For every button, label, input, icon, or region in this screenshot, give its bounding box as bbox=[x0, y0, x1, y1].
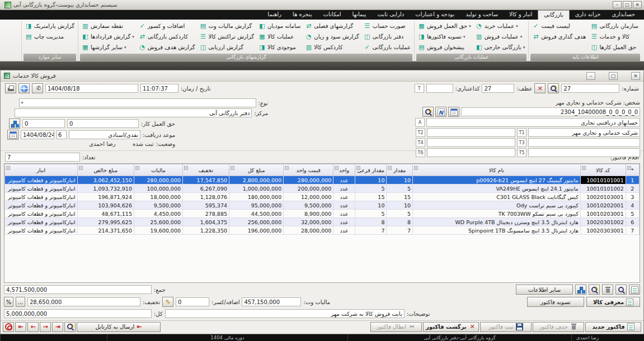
grid-cell-code[interactable]: 10020301002 bbox=[580, 218, 626, 226]
grid-cell-net[interactable]: 103,904,626 bbox=[77, 201, 134, 210]
person-code-field[interactable]: 2304_10400008_0_0_0_0_0 bbox=[461, 107, 640, 116]
cancel-number-button[interactable]: ✕ bbox=[534, 83, 546, 93]
t6-field[interactable] bbox=[427, 148, 515, 157]
grid-cell-net[interactable]: 279,995,625 bbox=[77, 218, 134, 226]
discount-field[interactable]: 28,650,000 bbox=[27, 297, 140, 306]
ribbon-item[interactable]: ▤پیشخوان فروش bbox=[416, 42, 473, 53]
ref-field[interactable]: 27 bbox=[482, 84, 514, 93]
t1-field[interactable]: شرکت خدماتی و تجاری مهر bbox=[528, 128, 640, 137]
web-button[interactable] bbox=[18, 83, 30, 93]
ribbon-item[interactable]: ☰گزارش تراکنش کالا bbox=[198, 31, 256, 42]
ribbon-item[interactable]: ▥عملیات فروش▾ bbox=[474, 31, 527, 42]
column-header-disc[interactable]: تخفیف bbox=[183, 164, 229, 176]
minimize-icon[interactable]: – bbox=[613, 1, 622, 8]
ribbon-item[interactable]: ◫گزارش ارزیابی bbox=[198, 42, 256, 53]
grid-cell-tax[interactable]: 280,000,000 bbox=[134, 176, 182, 184]
grid-cell-subqty[interactable]: 7 bbox=[355, 226, 387, 235]
menu-tab-3[interactable]: انبار و کالا bbox=[504, 10, 538, 20]
t4-field[interactable] bbox=[427, 138, 515, 147]
introduce-goods-button[interactable]: معرفی کالا bbox=[586, 297, 640, 307]
column-header-total[interactable]: مبلغ کل bbox=[229, 164, 284, 176]
date-field[interactable]: 1404/08/18 bbox=[45, 84, 138, 93]
last-record-button[interactable]: ⇥ bbox=[52, 322, 63, 332]
grid-cell-n[interactable]: 4 bbox=[626, 201, 639, 210]
discount-percent-button[interactable]: % bbox=[4, 297, 13, 307]
grid-cell-store[interactable]: انبارکامپیوتر و قطعات کامپیوتر bbox=[5, 193, 78, 201]
t2-field[interactable] bbox=[427, 128, 515, 137]
account-field[interactable]: حسابهای دریافتنی تجاری bbox=[426, 118, 640, 127]
grid-cell-subqty[interactable]: 8 bbox=[355, 218, 387, 226]
commission-field-2[interactable]: 0 bbox=[22, 119, 65, 128]
type-select[interactable]: ▾ bbox=[19, 98, 256, 107]
commission-field-1[interactable]: 0 bbox=[67, 119, 139, 128]
grid-cell-disc[interactable]: 1,228,350 bbox=[183, 226, 229, 235]
adjust-edit-button[interactable]: ✎ bbox=[162, 297, 173, 307]
grid-cell-tax[interactable]: 18,000,000 bbox=[134, 193, 182, 201]
time-field[interactable]: 11:07:37 bbox=[140, 84, 178, 93]
menu-tab-2[interactable]: بازرگانی bbox=[538, 10, 569, 20]
grid-cell-code[interactable]: 10010203001 bbox=[580, 210, 626, 218]
other-info-tree-button[interactable] bbox=[575, 285, 586, 295]
t2-tag[interactable]: T2 bbox=[416, 128, 425, 137]
grid-cell-unit[interactable]: عدد bbox=[333, 218, 355, 226]
number-field[interactable]: 27 bbox=[561, 84, 619, 93]
grid-cell-name[interactable]: هارد اینترنال 3.5 اینچ سامسونگ Spinpoint… bbox=[413, 226, 581, 235]
register-invoice-button[interactable]: ثبت فاکتور bbox=[480, 322, 532, 332]
ribbon-item[interactable]: ◧بازرگانی خارجی▾ bbox=[474, 42, 527, 53]
dialog-minimize-icon[interactable]: – bbox=[586, 72, 595, 80]
due-days-field[interactable]: 6 bbox=[57, 130, 67, 139]
table-row[interactable]: 510010203001کیبورد بی سیم تسکو TK 7003WW… bbox=[5, 210, 640, 218]
menu-tab-7[interactable]: پیمانها bbox=[347, 10, 372, 20]
find-invoice-button[interactable] bbox=[548, 83, 559, 93]
column-header-subqty[interactable]: مقدار فرعی bbox=[355, 164, 387, 176]
dialog-close-icon[interactable]: ✕ bbox=[631, 72, 640, 80]
table-row[interactable]: 610020301002هارد اینترنال 3.5 اینچ وسترن… bbox=[5, 218, 640, 226]
grid-cell-unit[interactable]: عدد bbox=[333, 201, 355, 210]
grid-cell-code[interactable]: 10010101001 bbox=[580, 176, 626, 184]
grid-cell-unit[interactable]: عدد bbox=[333, 184, 355, 193]
settle-invoice-button[interactable]: تسویه فاکتور bbox=[527, 297, 584, 307]
grid-cell-name[interactable]: کیبورد بی سیم تراست Ody bbox=[413, 201, 581, 210]
stop-button[interactable] bbox=[3, 322, 14, 332]
column-header-n[interactable]: * bbox=[626, 164, 639, 176]
grid-cell-name[interactable]: کیس گیگابایت C301 GLASS Black bbox=[413, 193, 581, 201]
grid-cell-net[interactable]: 196,871,924 bbox=[77, 193, 134, 201]
grid-cell-n[interactable]: 1 bbox=[626, 176, 639, 184]
ribbon-item[interactable]: ✓عملیات بازرگانی bbox=[362, 42, 412, 53]
grid-cell-subqty[interactable]: 10 bbox=[355, 176, 387, 184]
grid-cell-store[interactable]: انبارکامپیوتر و قطعات کامپیوتر bbox=[5, 201, 78, 210]
menu-tab-6[interactable]: دارایی ثابت bbox=[372, 10, 410, 20]
commission-tree-button[interactable] bbox=[9, 119, 20, 129]
table-row[interactable]: 710020303001هارد اینترنال 3.5 اینچ سامسو… bbox=[5, 226, 640, 235]
t3-tag[interactable]: T3 bbox=[517, 138, 527, 147]
grid-cell-disc[interactable]: 278,885 bbox=[183, 210, 229, 218]
grid-cell-tax[interactable]: 25,600,000 bbox=[134, 218, 182, 226]
ribbon-item[interactable]: ▤گزارش مالیات وت bbox=[198, 21, 256, 31]
grid-cell-store[interactable]: انبارکامپیوتر و قطعات کامپیوتر bbox=[5, 210, 78, 218]
grid-cell-disc[interactable]: 1,128,076 bbox=[183, 193, 229, 201]
grid-cell-qty[interactable]: 8 bbox=[387, 218, 413, 226]
ribbon-item[interactable]: ✓لیست قیمت bbox=[530, 21, 587, 31]
menu-tab-5[interactable]: بودجه و اعتبارات bbox=[410, 10, 460, 20]
ribbon-item[interactable]: ▦عملیات کالا bbox=[257, 31, 302, 42]
column-header-net[interactable]: مبلغ خالص bbox=[77, 164, 134, 176]
grid-cell-store[interactable]: انبارکامپیوتر و قطعات کامپیوتر bbox=[5, 226, 78, 235]
ribbon-item[interactable]: ▦سایر گزارشها▾ bbox=[80, 42, 136, 53]
column-header-name[interactable]: نام کالا bbox=[413, 164, 581, 176]
grid-cell-price[interactable]: 9,500,000 bbox=[284, 201, 333, 210]
grid-cell-store[interactable]: انبارکامپیوتر و قطعات کامپیوتر bbox=[5, 184, 78, 193]
grid-cell-n[interactable]: 3 bbox=[626, 193, 639, 201]
count-field[interactable]: 7 bbox=[5, 153, 80, 162]
ribbon-item[interactable]: ⇄کاردکس بازرگانی bbox=[137, 31, 197, 42]
a-tag[interactable]: A bbox=[415, 118, 425, 127]
grid-cell-tax[interactable]: 19,600,000 bbox=[134, 226, 182, 235]
grid-cell-unit[interactable]: عدد bbox=[333, 176, 355, 184]
delete-invoice-button[interactable]: حذف فاکتور bbox=[533, 322, 584, 332]
ribbon-item[interactable]: ⇄گزارشهای فصلی bbox=[303, 21, 360, 31]
ribbon-item[interactable]: ◨موجودی کالا bbox=[257, 42, 302, 53]
menu-tab-10[interactable]: راهنما bbox=[262, 10, 287, 20]
ribbon-item[interactable]: ◫حق العمل کارها bbox=[589, 42, 640, 53]
grid-cell-tax[interactable]: 9,500,000 bbox=[134, 201, 182, 210]
grid-cell-price[interactable]: 200,000,000 bbox=[284, 184, 333, 193]
column-header-unit[interactable]: واحد bbox=[333, 164, 355, 176]
